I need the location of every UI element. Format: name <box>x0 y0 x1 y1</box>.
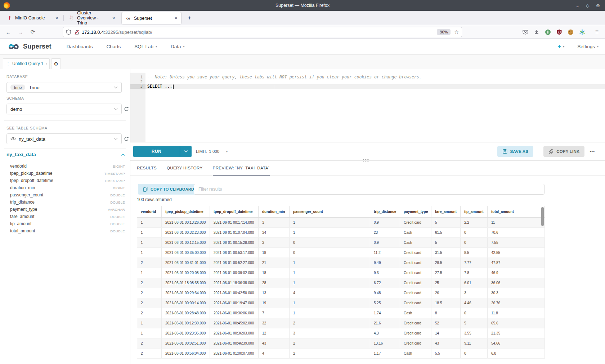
table-cell: 7.8 <box>461 268 488 278</box>
drag-dots-icon[interactable]: ⋮ <box>6 62 10 66</box>
browser-tab-trino[interactable]: Cluster Overview - Trino ✕ <box>65 11 119 25</box>
copy-link-button[interactable]: COPY LINK <box>543 146 584 157</box>
zoom-level-badge[interactable]: 90% <box>437 29 451 35</box>
cookie-icon[interactable] <box>568 29 574 35</box>
column-header-vendorid[interactable]: vendorid <box>137 206 162 218</box>
extension-asterisk-icon[interactable] <box>579 29 585 35</box>
add-query-tab-button[interactable]: ⊕ <box>51 58 61 69</box>
schema-column-row: passenger_countDOUBLE <box>0 191 130 199</box>
table-cell: 21 <box>259 258 290 268</box>
browser-tab-strip: MinIO Console ✕ Cluster Overview - Trino… <box>0 11 605 25</box>
menu-hamburger-icon[interactable]: ≡ <box>595 29 599 35</box>
superset-brand[interactable]: Superset <box>23 43 51 50</box>
table-cell: 28 <box>259 278 290 288</box>
table-cell: 2021-06-01 18:08:35.000 <box>162 278 210 288</box>
table-refresh-button[interactable] <box>123 136 130 142</box>
pocket-icon[interactable] <box>523 29 528 35</box>
print-margin-line <box>275 73 275 142</box>
table-cell: Credit card <box>400 318 431 328</box>
table-cell: 2021-06-01 00:52:27.000 <box>210 258 259 268</box>
reload-button[interactable]: ⟳ <box>29 28 37 36</box>
ublock-icon[interactable] <box>556 29 562 35</box>
filter-results-input[interactable] <box>194 184 544 195</box>
column-name: vendorid <box>10 164 27 169</box>
copy-to-clipboard-button[interactable]: COPY TO CLIPBOARD <box>138 184 199 195</box>
table-schema-select[interactable]: ny_taxi_data <box>6 133 122 144</box>
column-type: BIGINT <box>113 186 125 190</box>
settings-menu[interactable]: Settings▾ <box>577 44 599 49</box>
window-maximize-icon[interactable]: ◇ <box>586 3 590 8</box>
column-header-total_amount[interactable]: total_amount <box>488 206 545 218</box>
window-minimize-icon[interactable]: ⌄ <box>575 3 579 8</box>
browser-tab-minio[interactable]: MinIO Console ✕ <box>3 11 62 25</box>
window-close-icon[interactable]: ⊗ <box>596 3 600 8</box>
browser-tab-superset[interactable]: ∞ Superset ✕ <box>122 12 181 24</box>
table-cell: Credit card <box>400 248 431 258</box>
bookmark-star-icon[interactable]: ☆ <box>454 29 459 35</box>
preview-table-container[interactable]: vendoridtpep_pickup_datetimetpep_dropoff… <box>137 206 544 359</box>
forward-button[interactable]: → <box>17 28 24 36</box>
download-icon[interactable] <box>534 29 539 35</box>
table-scrollbar-thumb[interactable] <box>541 207 544 226</box>
column-header-payment_type[interactable]: payment_type <box>400 206 431 218</box>
table-cell: 11 <box>488 218 545 228</box>
schema-select[interactable]: demo <box>6 104 122 114</box>
tab-close-icon[interactable]: ✕ <box>175 16 178 20</box>
table-cell: 2021-06-01 01:00:07.000 <box>210 349 259 359</box>
table-cell: Credit card <box>400 288 431 298</box>
column-header-fare_amount[interactable]: fare_amount <box>431 206 461 218</box>
nav-item-data[interactable]: Data▾ <box>171 44 185 49</box>
gutter-line-number: 1 <box>130 75 145 79</box>
table-cell: 7 <box>259 308 290 318</box>
nav-item-dashboards[interactable]: Dashboards <box>67 44 93 49</box>
column-header-tip_amount[interactable]: tip_amount <box>461 206 488 218</box>
run-options-caret-icon[interactable] <box>180 150 192 153</box>
column-header-duration_min[interactable]: duration_min <box>259 206 290 218</box>
run-button[interactable]: RUN <box>133 146 192 157</box>
table-name-link[interactable]: ny_taxi_data <box>6 152 36 157</box>
collapse-chevron-icon[interactable] <box>121 153 125 156</box>
shield-icon[interactable] <box>66 29 71 35</box>
lock-slash-icon[interactable] <box>74 29 80 35</box>
table-cell: Credit card <box>400 338 431 349</box>
database-select[interactable]: trino Trino <box>6 82 122 93</box>
browser-toolbar: ← → ⟳ 172.18.0.4:32295/superset/sqllab/ … <box>0 25 605 39</box>
sql-editor[interactable]: 1 2 3 -- Note: Unless you save your quer… <box>130 73 605 142</box>
table-cell: 1 <box>137 218 162 228</box>
tab-preview[interactable]: PREVIEW: `NY_TAXI_DATA` <box>213 161 270 176</box>
column-header-trip_distance[interactable]: trip_distance <box>370 206 400 218</box>
table-cell: 9.3 <box>370 268 400 278</box>
column-header-passenger_count[interactable]: passenger_count <box>290 206 370 218</box>
table-cell: 2 <box>137 288 162 298</box>
table-cell: 42.55 <box>488 248 545 258</box>
query-tab-untitled[interactable]: ⋮ Untitled Query 1 ● ✕ <box>3 58 50 69</box>
chevron-down-icon <box>114 86 118 89</box>
column-name: total_amount <box>10 228 35 233</box>
tab-query-history[interactable]: QUERY HISTORY <box>167 161 203 176</box>
header-new-button[interactable]: +▾ <box>558 44 564 50</box>
results-tab-bar: RESULTS QUERY HISTORY PREVIEW: `NY_TAXI_… <box>130 161 605 176</box>
table-cell: 9.49 <box>370 258 400 268</box>
schema-refresh-button[interactable] <box>123 106 130 112</box>
editor-gutter: 1 2 3 <box>130 73 145 142</box>
gutter-line-number: 2 <box>130 79 145 84</box>
nav-item-charts[interactable]: Charts <box>106 44 121 49</box>
back-button[interactable]: ← <box>4 28 12 36</box>
new-tab-button[interactable]: + <box>185 14 194 22</box>
column-header-tpep_dropoff_datetime[interactable]: tpep_dropoff_datetime <box>210 206 259 218</box>
privacy-badger-icon[interactable] <box>545 29 551 35</box>
schema-column-row: trip_distanceDOUBLE <box>0 199 130 206</box>
tab-results[interactable]: RESULTS <box>137 161 157 176</box>
tab-close-icon[interactable]: ✕ <box>112 16 115 20</box>
table-cell: 13 <box>259 288 290 298</box>
tab-close-icon[interactable]: ✕ <box>55 16 58 20</box>
column-name: trip_distance <box>10 200 35 205</box>
caret-down-icon: ▾ <box>183 45 185 48</box>
more-options-button[interactable]: ••• <box>590 149 595 154</box>
url-bar[interactable]: 172.18.0.4:32295/superset/sqllab/ 90% ☆ <box>63 27 462 37</box>
column-header-tpep_pickup_datetime[interactable]: tpep_pickup_datetime <box>162 206 210 218</box>
chevron-down-icon <box>114 108 118 110</box>
save-as-button[interactable]: SAVE AS <box>497 146 534 157</box>
nav-item-sql-lab[interactable]: SQL Lab▾ <box>134 44 157 49</box>
limit-control[interactable]: LIMIT: 1 000 ▾ <box>196 149 228 154</box>
